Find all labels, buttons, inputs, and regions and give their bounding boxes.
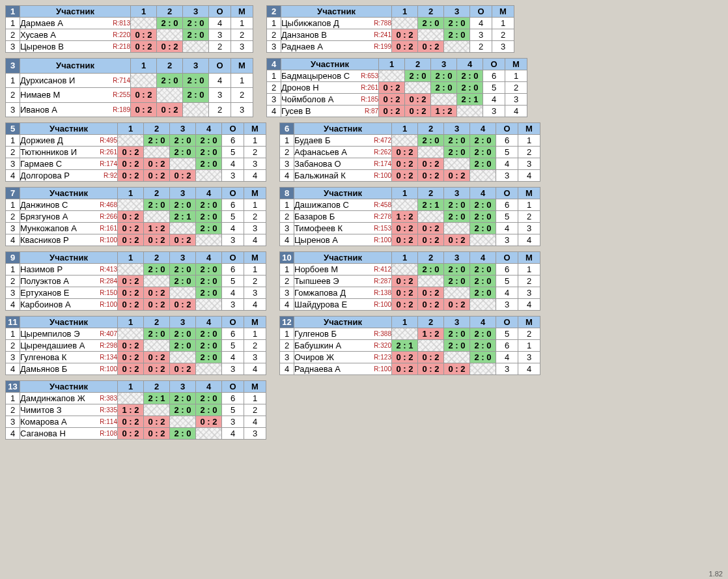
player-name-cell: Цыренов ВR:218 — [20, 41, 131, 53]
player-name: Брязгунов А — [20, 212, 68, 221]
diag-cell — [196, 170, 222, 182]
m-value: 3 — [244, 158, 266, 170]
row-number: 3 — [6, 416, 20, 428]
round-header: 1 — [131, 59, 157, 74]
o-value: 6 — [222, 199, 244, 211]
table-row: 1Будаев БR:4722 : 02 : 02 : 061 — [280, 135, 540, 147]
diag-cell — [470, 363, 496, 375]
o-header: О — [222, 317, 244, 328]
row-number: 4 — [6, 428, 20, 440]
o-value: 4 — [496, 352, 518, 363]
table-row: 2Данзанов ВR:2410 : 22 : 032 — [267, 29, 514, 41]
player-name: Цыренов А — [294, 235, 338, 245]
table-row: 3Раднаев АR:1990 : 20 : 223 — [267, 41, 514, 53]
player-name-cell: Данжинов СR:468 — [20, 199, 118, 211]
m-value: 2 — [231, 29, 253, 41]
o-value: 3 — [483, 106, 505, 117]
player-name: Долгорова Р — [20, 171, 70, 180]
table-row: 1Цыбикжапов ДR:7882 : 02 : 041 — [267, 18, 514, 29]
row-number: 4 — [280, 299, 294, 311]
player-name-cell: Иванов АR:189 — [20, 102, 131, 117]
m-value: 3 — [492, 41, 514, 53]
player-name: Иванов А — [20, 105, 57, 115]
m-header: М — [518, 188, 540, 199]
diag-cell — [392, 264, 418, 275]
round-header: 1 — [392, 6, 418, 18]
group-table: 12Участник1234ОМ1Гулгенов БR:3881 : 22 :… — [279, 316, 540, 375]
table-row: 2Тютюнников ИR:2610 : 22 : 02 : 052 — [6, 147, 266, 158]
score-cell: 0 : 2 — [170, 363, 196, 375]
diag-cell — [405, 82, 431, 94]
round-header: 1 — [118, 317, 144, 328]
row-number: 4 — [280, 234, 294, 246]
score-cell: 0 : 2 — [131, 29, 157, 41]
score-cell: 0 : 2 — [392, 352, 418, 363]
player-rating: R:161 — [97, 225, 117, 232]
row-number: 1 — [280, 328, 294, 340]
o-value: 6 — [496, 340, 518, 352]
score-cell: 0 : 2 — [392, 275, 418, 287]
o-header: О — [470, 6, 492, 18]
group-table: 13Участник1234ОМ1Дамдинжапов ЖR:3832 : 1… — [5, 380, 266, 440]
row-number: 3 — [267, 41, 281, 53]
score-cell: 2 : 1 — [418, 199, 444, 211]
diag-cell — [170, 287, 196, 299]
o-value: 6 — [222, 264, 244, 275]
participant-header: Участник — [294, 188, 392, 199]
o-value: 6 — [483, 70, 505, 82]
player-name-cell: Нимаев МR:255 — [20, 88, 131, 103]
score-cell: 2 : 0 — [405, 70, 431, 82]
score-cell: 2 : 0 — [157, 18, 183, 29]
table-row: 2Цырендашиев АR:2980 : 22 : 02 : 052 — [6, 340, 266, 352]
diag-cell — [144, 340, 170, 352]
m-value: 2 — [518, 328, 540, 340]
row-number: 2 — [267, 82, 281, 94]
player-name: Цыремпилов Э — [20, 329, 79, 339]
score-cell: 0 : 2 — [118, 170, 144, 182]
score-cell: 2 : 0 — [183, 73, 209, 88]
table-row: 1Дармаев АR:8132 : 02 : 041 — [6, 18, 253, 29]
m-header: М — [244, 123, 266, 135]
o-header: О — [222, 381, 244, 393]
group-table: 8Участник1234ОМ1Дашижапов СR:4582 : 12 :… — [279, 187, 540, 246]
row-number: 2 — [267, 29, 281, 41]
player-name-cell: Дамдинжапов ЖR:383 — [20, 393, 118, 404]
round-header: 3 — [183, 59, 209, 74]
score-cell: 2 : 1 — [457, 94, 483, 106]
player-name-cell: Чимитов ЗR:335 — [20, 404, 118, 416]
score-cell: 2 : 0 — [196, 352, 222, 363]
round-header: 4 — [457, 59, 483, 70]
participant-header: Участник — [20, 252, 118, 264]
player-rating: R:87 — [362, 107, 378, 115]
group-table: 9Участник1234ОМ1Назимов РR:4132 : 02 : 0… — [5, 251, 266, 311]
group-table: 5Участник1234ОМ1Доржиев ДR:4952 : 02 : 0… — [5, 122, 266, 182]
row-number: 3 — [280, 287, 294, 299]
player-name: Дармаев А — [20, 18, 63, 28]
row-number: 3 — [6, 287, 20, 299]
score-cell: 2 : 0 — [183, 18, 209, 29]
table-row: 3Тимофеев КR:1530 : 20 : 22 : 043 — [280, 223, 540, 234]
score-cell: 2 : 0 — [470, 147, 496, 158]
m-value: 2 — [231, 88, 253, 103]
m-value: 2 — [518, 211, 540, 223]
o-header: О — [222, 188, 244, 199]
diag-cell — [444, 287, 470, 299]
diag-cell — [157, 29, 183, 41]
score-cell: 0 : 2 — [418, 299, 444, 311]
m-value: 1 — [244, 199, 266, 211]
m-value: 1 — [505, 70, 527, 82]
table-row: 4Квасников РR:1000 : 20 : 20 : 234 — [6, 234, 266, 246]
score-cell: 0 : 2 — [118, 299, 144, 311]
player-name: Дашижапов С — [294, 200, 349, 210]
player-name-cell: Карбоинов АR:100 — [20, 299, 118, 311]
player-name: Раднаева А — [294, 364, 341, 374]
table-row: 1Норбоев МR:4122 : 02 : 02 : 061 — [280, 264, 540, 275]
o-value: 4 — [496, 287, 518, 299]
diag-cell — [144, 275, 170, 287]
score-cell: 2 : 0 — [144, 135, 170, 147]
score-cell: 0 : 2 — [131, 88, 157, 103]
score-cell: 0 : 2 — [118, 275, 144, 287]
table-row: 4Саганова НR:1080 : 20 : 22 : 043 — [6, 428, 266, 440]
player-name: Полуэктов А — [20, 276, 69, 286]
row-number: 2 — [280, 147, 294, 158]
